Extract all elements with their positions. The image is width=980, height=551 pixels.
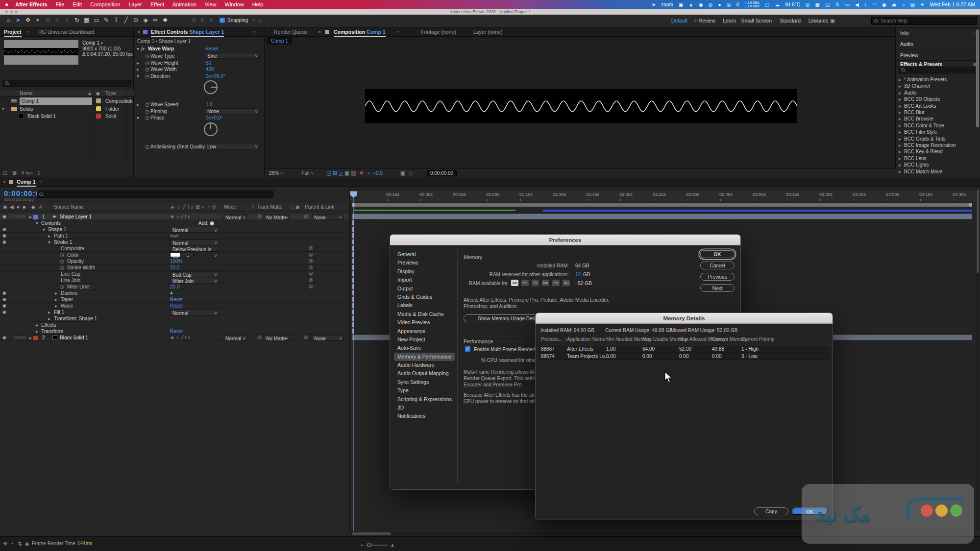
vlc-cone-icon[interactable]: ▲ (688, 2, 693, 7)
pref-video-preview[interactable]: Video Preview (394, 318, 455, 327)
snap-arrow-icon[interactable]: ↖ (252, 18, 256, 23)
md-col-application-name[interactable]: Application Name (567, 336, 605, 342)
grid-icon[interactable]: ▦ (12, 170, 17, 175)
color-swatch[interactable] (170, 253, 181, 257)
visibility-toggle[interactable]: ◉ (2, 226, 6, 233)
tool-hand[interactable]: ✥ (24, 17, 32, 24)
menu-edit[interactable]: Edit (73, 1, 82, 7)
tool-shape[interactable]: ▭ (92, 17, 101, 24)
line-join-dropdown[interactable]: Miter Join˅ (170, 278, 219, 284)
timeline-search[interactable] (37, 191, 273, 198)
timeline-row-composite[interactable]: CompositeBelow Previous in Sa˅@ (0, 245, 349, 252)
stopwatch-icon[interactable]: ◷ (60, 264, 64, 271)
wifi-icon[interactable]: ◠ (873, 2, 877, 7)
timeline-row-effects[interactable]: ▸Effects (0, 322, 349, 328)
obs-icon[interactable]: ◎ (709, 2, 713, 7)
pref-import[interactable]: Import (394, 276, 455, 284)
close-tab-icon[interactable]: × (3, 177, 6, 187)
parent-link-dropdown[interactable]: None˅ (312, 214, 344, 220)
md-row-after-effects[interactable]: 88667After Effects1.0064.0052.0049.881 -… (539, 346, 830, 353)
fx-category-bcc-lights[interactable]: ▸BCC Lights (896, 162, 977, 168)
tool-mask-tool-c[interactable]: ✕ (207, 17, 216, 24)
pref-media-disk-cache[interactable]: Media & Disk Cache (394, 310, 455, 318)
fx-category-3d-channel[interactable]: ▸3D Channel (896, 83, 977, 89)
search-help-input[interactable] (881, 18, 964, 24)
workspace-standard[interactable]: Standard (780, 18, 801, 24)
timeline-row-opacity[interactable]: ◷Opacity100%@ (0, 258, 349, 264)
workspace-overflow-chevron[interactable]: » (815, 18, 818, 24)
menu-file[interactable]: File (56, 1, 65, 7)
add-menu[interactable]: Add: ◉ (198, 220, 214, 226)
shape-1-dropdown[interactable]: Normal˅ (170, 227, 219, 233)
av-switches[interactable] (14, 215, 26, 219)
effect-prop-antialiasing-best-quality[interactable]: ◷Antialiasing (Best Quality)Low˅ (134, 144, 265, 150)
fx-category-audio[interactable]: ▸Audio (896, 90, 977, 96)
magnification-dropdown[interactable]: 25%˅ (269, 170, 283, 176)
tab-render-queue[interactable]: Render Queue (274, 27, 308, 37)
panel-menu-icon[interactable]: ≡ (27, 27, 30, 37)
project-search[interactable] (2, 80, 131, 87)
label-color-chip[interactable] (96, 98, 101, 103)
workspace-menu-icon[interactable]: ≡ (694, 18, 697, 24)
workspace-default[interactable]: Default (671, 18, 687, 24)
sidebar-scrollbar[interactable] (976, 29, 979, 127)
visibility-toggle[interactable]: ◉ (2, 335, 6, 341)
pickwhip-icon[interactable]: @ (309, 271, 313, 277)
tool-orbit-camera[interactable]: ⟲ (43, 17, 52, 24)
timeline-row-contents[interactable]: ▾ContentsAdd: ◉ (0, 220, 349, 226)
twirl-icon[interactable]: ▸ (55, 290, 57, 296)
next-button[interactable]: Next (700, 284, 735, 292)
fx-category-bcc-key-blend[interactable]: ▸BCC Key & Blend (896, 148, 977, 155)
fx-category-bcc-grads-tints[interactable]: ▸BCC Grads & Tints (896, 136, 977, 142)
visibility-toggle[interactable]: ◉ (2, 214, 6, 220)
visibility-toggle[interactable]: ◉ (2, 296, 6, 303)
taper-reset[interactable]: Reset (170, 296, 183, 303)
line-cap-dropdown[interactable]: Butt Cap˅ (170, 271, 219, 277)
flowchart-icon[interactable]: ⇅ (18, 541, 22, 547)
reserved-ram-value[interactable]: 12 (575, 272, 581, 277)
stack-icon[interactable]: ▦ (815, 2, 820, 7)
menu-effect[interactable]: Effect (150, 1, 164, 7)
timeline-row-fill-1[interactable]: ◉▸Fill 1Normal˅ (0, 309, 349, 315)
timeline-column-headers[interactable]: ◉ ◀ ● ■ ◆ # Source Name ◈☼╱fx▦◐◔⊕ Mode T… (0, 203, 349, 211)
tab-effect-controls[interactable]: Effect Controls Shape Layer 1 (151, 27, 224, 37)
twirl-icon[interactable]: ▸ (36, 322, 38, 328)
user-icon[interactable]: ◉ (882, 2, 886, 7)
fx-category-bcc-image-restoration[interactable]: ▸BCC Image Restoration (896, 142, 977, 148)
direction-dial[interactable] (204, 80, 218, 94)
timeline-row-stroke-width[interactable]: ◷Stroke Width10.0@ (0, 264, 349, 271)
exposure-value[interactable]: +0.0 (373, 170, 383, 176)
twirl-icon[interactable]: ▸ (48, 309, 50, 315)
fx-category-animation-presets[interactable]: ▸* Animation Presets (896, 76, 977, 83)
twirl-icon[interactable]: ▸ (48, 233, 50, 239)
pref-general[interactable]: General (394, 250, 455, 259)
snapping-checkbox[interactable]: ✓ (220, 18, 225, 23)
work-area-bar[interactable] (352, 203, 972, 207)
stopwatch-icon[interactable]: ◷ (145, 108, 149, 115)
multi-frame-rendering-checkbox[interactable]: ✓ (465, 346, 470, 352)
snap-expand-icon[interactable]: ◇ (259, 18, 263, 23)
visibility-toggle[interactable]: ◉ (2, 239, 6, 245)
stopwatch-icon[interactable]: ◷ (145, 144, 149, 150)
fx-category-bcc-blur[interactable]: ▸BCC Blur (896, 109, 977, 116)
composite-dropdown[interactable]: Below Previous in Sa˅ (170, 246, 219, 252)
twirl-icon[interactable]: ▾ (43, 226, 45, 233)
mode-dropdown[interactable]: Normal˅ (223, 214, 247, 220)
zoom-out-mountain-icon[interactable]: ▲ (360, 543, 364, 547)
always-preview-icon[interactable]: ◲ (326, 170, 331, 176)
composition-canvas[interactable] (365, 89, 797, 123)
network-render-icon[interactable]: ❖ (3, 541, 8, 547)
fx-category-bcc-film-style[interactable]: ▸BCC Film Style (896, 129, 977, 135)
visibility-toggle[interactable]: ◉ (2, 233, 6, 239)
dashes-add-button[interactable]: + (170, 290, 173, 296)
pref-display[interactable]: Display (394, 267, 455, 276)
render-status-icon[interactable]: ◈ (25, 541, 29, 547)
pickwhip-icon[interactable]: @ (304, 335, 308, 341)
guides-options-icon[interactable]: ▥ (351, 170, 356, 176)
preferences-title[interactable]: Preferences (390, 235, 740, 245)
miter-limit-value[interactable]: 20.0 (170, 284, 179, 290)
stopwatch-icon[interactable]: ◷ (145, 60, 149, 66)
parent-link-dropdown[interactable]: None˅ (312, 335, 344, 341)
color-depth-toggle[interactable]: 8 bpc (22, 170, 33, 175)
channel-icon[interactable]: ❖ (359, 170, 364, 176)
